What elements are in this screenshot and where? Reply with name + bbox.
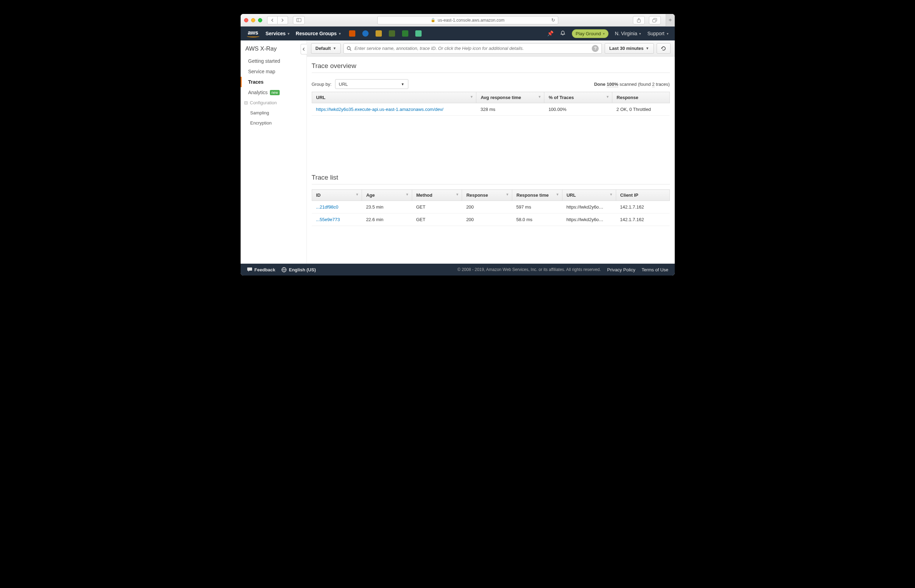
col-response[interactable]: Response▼ <box>462 190 512 201</box>
cell-ip: 142.1.7.162 <box>616 213 670 226</box>
scan-tail: traces) <box>656 82 670 87</box>
share-button[interactable] <box>633 16 645 24</box>
sidebar-item-sampling[interactable]: Sampling <box>240 108 307 118</box>
svg-rect-0 <box>296 18 301 22</box>
group-by-value: URL <box>339 82 348 87</box>
sidebar-item-label: Sampling <box>250 110 269 115</box>
col-pct[interactable]: % of Traces▼ <box>544 92 612 103</box>
col-label: Client IP <box>620 192 639 198</box>
overview-url-link[interactable]: https://lwkd2y6o35.execute-api.us-east-1… <box>316 107 444 112</box>
table-row[interactable]: ...55e9e773 22.6 min GET 200 58.0 ms htt… <box>312 213 670 226</box>
refresh-icon <box>661 46 666 51</box>
sidebar-item-traces[interactable]: Traces <box>240 77 307 87</box>
filter-search-input[interactable] <box>354 46 589 51</box>
minimize-window-button[interactable] <box>251 18 255 22</box>
service-shortcut-icon[interactable] <box>362 30 369 37</box>
chevron-right-icon <box>281 18 284 22</box>
feedback-link[interactable]: Feedback <box>247 267 276 272</box>
tabs-icon <box>652 18 657 22</box>
reload-icon[interactable]: ↻ <box>551 18 555 23</box>
sidebar-item-label: Traces <box>248 79 264 85</box>
privacy-link[interactable]: Privacy Policy <box>607 267 635 272</box>
speech-bubble-icon <box>247 267 252 272</box>
sidebar-item-getting-started[interactable]: Getting started <box>240 56 307 66</box>
service-shortcut-icon[interactable] <box>402 30 408 37</box>
col-url[interactable]: URL▼ <box>562 190 616 201</box>
nav-resource-groups[interactable]: Resource Groups ▾ <box>296 31 341 36</box>
fullscreen-window-button[interactable] <box>258 18 262 22</box>
trace-id-link[interactable]: ...55e9e773 <box>316 217 340 222</box>
sidebar-item-analytics[interactable]: Analytics new <box>240 87 307 98</box>
col-response[interactable]: Response <box>612 92 670 103</box>
col-label: Avg response time <box>481 95 521 100</box>
col-method[interactable]: Method▼ <box>412 190 462 201</box>
aws-logo[interactable]: aws <box>247 30 260 37</box>
sidebar-item-label: Service map <box>248 69 276 74</box>
help-icon[interactable]: ? <box>592 45 599 52</box>
chevron-down-icon: ▾ <box>603 32 605 36</box>
support-menu[interactable]: Support ▾ <box>647 31 668 36</box>
sidebar-group-configuration[interactable]: ⊟ Configuration <box>240 98 307 108</box>
region-menu[interactable]: N. Virginia ▾ <box>615 31 641 36</box>
cell-pct: 100.00% <box>544 103 612 116</box>
sidebar-collapse-button[interactable] <box>300 44 307 54</box>
terms-link[interactable]: Terms of Use <box>642 267 668 272</box>
col-ip[interactable]: Client IP <box>616 190 670 201</box>
col-label: URL <box>566 192 576 198</box>
sort-icon: ▼ <box>606 95 609 99</box>
sort-icon: ▼ <box>610 192 613 196</box>
cell-ip: 142.1.7.162 <box>616 201 670 213</box>
caret-down-icon: ▼ <box>333 46 337 50</box>
account-menu[interactable]: Play Ground ▾ <box>572 29 608 38</box>
filter-search[interactable]: ? <box>344 43 602 54</box>
bell-icon[interactable] <box>560 30 566 37</box>
service-shortcut-icon[interactable] <box>376 30 382 37</box>
table-row[interactable]: ...21df98c0 23.5 min GET 200 597 ms http… <box>312 201 670 213</box>
browser-window: 🔒 us-east-1.console.aws.amazon.com ↻ ＋ a… <box>240 14 675 276</box>
caret-down-icon: ▼ <box>646 46 649 50</box>
svg-point-5 <box>347 46 350 50</box>
address-bar[interactable]: 🔒 us-east-1.console.aws.amazon.com ↻ <box>377 16 558 24</box>
sidebar-item-encryption[interactable]: Encryption <box>240 118 307 128</box>
sidebar-item-service-map[interactable]: Service map <box>240 66 307 77</box>
trace-list-section: Trace list <box>307 168 675 186</box>
svg-rect-4 <box>652 19 655 22</box>
aws-smile-icon <box>247 35 260 37</box>
service-shortcut-icon[interactable] <box>415 30 421 37</box>
time-range-button[interactable]: Last 30 minutes ▼ <box>605 43 654 54</box>
svg-line-6 <box>350 49 352 50</box>
close-window-button[interactable] <box>244 18 248 22</box>
service-shortcut-icon[interactable] <box>349 30 355 37</box>
nav-services-label: Services <box>266 31 286 36</box>
trace-id-link[interactable]: ...21df98c0 <box>316 204 338 210</box>
table-row[interactable]: https://lwkd2y6o35.execute-api.us-east-1… <box>312 103 670 116</box>
cell-url: https://lwkd2y6o… <box>562 213 616 226</box>
nav-services[interactable]: Services ▾ <box>266 31 290 36</box>
cell-resp: 200 <box>462 213 512 226</box>
sort-icon: ▼ <box>355 192 359 196</box>
service-shortcut-icon[interactable] <box>389 30 395 37</box>
new-tab-button[interactable]: ＋ <box>666 14 675 26</box>
window-controls <box>244 18 262 22</box>
col-age[interactable]: Age▼ <box>362 190 412 201</box>
col-label: Response <box>466 192 488 198</box>
sidebar: AWS X-Ray Getting started Service map Tr… <box>240 40 307 264</box>
refresh-button[interactable] <box>657 43 671 54</box>
cell-age: 23.5 min <box>362 201 412 213</box>
back-button[interactable] <box>267 16 278 24</box>
col-rt[interactable]: Response time▼ <box>512 190 562 201</box>
sort-icon: ▼ <box>556 192 559 196</box>
cell-age: 22.6 min <box>362 213 412 226</box>
sidebar-toggle-button[interactable] <box>293 16 305 24</box>
language-selector[interactable]: English (US) <box>281 267 316 272</box>
pin-icon[interactable]: 📌 <box>547 30 554 37</box>
copyright-text: © 2008 - 2019, Amazon Web Services, Inc.… <box>457 267 601 272</box>
col-avg[interactable]: Avg response time▼ <box>476 92 544 103</box>
forward-button[interactable] <box>278 16 288 24</box>
col-url[interactable]: URL▼ <box>312 92 476 103</box>
group-by-select[interactable]: URL ▼ <box>335 79 408 89</box>
chevron-down-icon: ▾ <box>667 32 668 36</box>
group-filter-button[interactable]: Default ▼ <box>311 43 341 54</box>
col-id[interactable]: ID▼ <box>312 190 362 201</box>
tabs-button[interactable] <box>649 16 661 24</box>
